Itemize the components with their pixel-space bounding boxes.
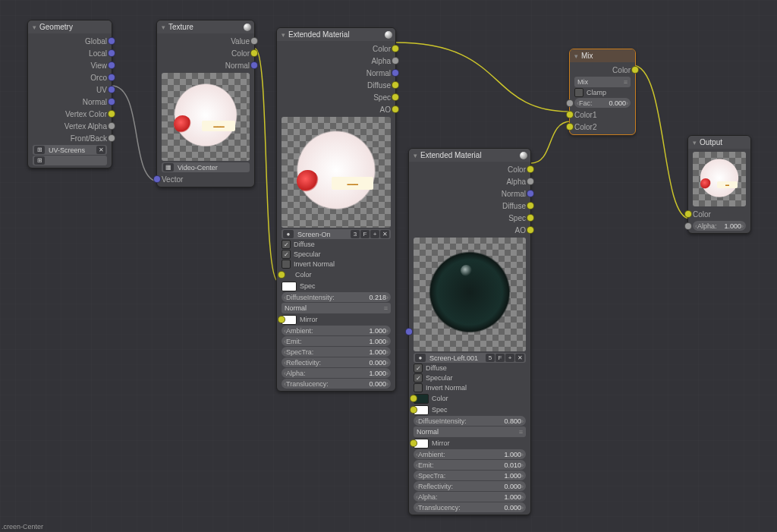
browse-icon[interactable]: ⊞: [34, 156, 45, 165]
node-mix[interactable]: ▾ Mix Color Mix Clamp Fac:0.000 Color1 C…: [569, 49, 636, 135]
node-header[interactable]: ▾ Extended Material: [409, 149, 530, 162]
node-header[interactable]: ▾ Output: [688, 136, 750, 149]
alpha-field[interactable]: Alpha:1.000: [414, 492, 526, 502]
node-geometry[interactable]: ▾ Geometry Global Local View Orco UV Nor…: [27, 20, 112, 168]
reflectivity-field[interactable]: Reflectivity:0.000: [282, 357, 391, 367]
node-output[interactable]: ▾ Output ▬ Color Alpha:1.000: [687, 135, 751, 234]
browse-icon[interactable]: ●: [415, 354, 426, 362]
material-preview: ▬▬▬: [282, 117, 391, 228]
material-preview: [414, 238, 526, 351]
socket-label: Normal: [502, 190, 526, 198]
normal-select[interactable]: Normal: [282, 303, 391, 313]
diffuse-checkbox[interactable]: [282, 240, 291, 249]
material-name-field[interactable]: ● Screen-On 3 F + ✕: [282, 229, 391, 239]
normal-select[interactable]: Normal: [414, 427, 526, 437]
unlink-button[interactable]: ✕: [515, 354, 524, 362]
spectra-field[interactable]: SpecTra:1.000: [414, 471, 526, 480]
socket-label: Color: [508, 165, 526, 174]
diffuse-checkbox[interactable]: [414, 364, 423, 373]
blend-mode-select[interactable]: Mix: [574, 77, 631, 87]
invert-normal-checkbox[interactable]: [282, 260, 291, 269]
node-title: Extended Material: [288, 30, 350, 39]
socket-label: Alpha: [506, 178, 526, 186]
node-header[interactable]: ▾ Texture: [157, 20, 254, 33]
users-count[interactable]: 5: [486, 354, 495, 362]
fac-field[interactable]: Fac:0.000: [574, 98, 631, 108]
collapse-icon[interactable]: ▾: [33, 24, 36, 31]
node-title: Texture: [168, 23, 193, 31]
ambient-field[interactable]: Ambient:1.000: [282, 326, 391, 335]
socket-label: Color1: [574, 111, 596, 119]
clear-icon[interactable]: ✕: [96, 146, 105, 154]
node-title: Output: [700, 138, 722, 146]
emit-field[interactable]: Emit:1.000: [282, 336, 391, 346]
spec-color-swatch[interactable]: [282, 282, 297, 291]
diffuse-intensity-field[interactable]: DiffuseIntensity:0.218: [282, 292, 391, 302]
texture-name-field[interactable]: ▦ Video-Center: [162, 162, 250, 172]
alpha-field[interactable]: Alpha:1.000: [282, 368, 391, 378]
ambient-field[interactable]: Ambient:1.000: [414, 449, 526, 459]
browse-icon[interactable]: ⊞: [34, 146, 45, 154]
socket-label: AO: [380, 105, 391, 114]
socket-label: Alpha: [371, 57, 391, 65]
status-bar: .creen-Center: [0, 521, 45, 532]
node-header[interactable]: ▾ Geometry: [28, 20, 112, 33]
users-count[interactable]: 3: [351, 230, 360, 238]
socket-label: Normal: [225, 61, 250, 70]
invert-normal-checkbox[interactable]: [414, 383, 423, 392]
collapse-icon[interactable]: ▾: [162, 24, 165, 31]
socket-label: Front/Back: [71, 134, 107, 143]
node-title: Geometry: [39, 23, 73, 31]
collapse-icon[interactable]: ▾: [414, 152, 417, 159]
socket-label: Global: [85, 37, 107, 46]
socket-label: Spec: [508, 214, 526, 222]
translucency-field[interactable]: Translucency:0.000: [414, 502, 526, 512]
socket-label: Value: [231, 37, 250, 46]
fake-user-button[interactable]: F: [495, 354, 505, 362]
collapse-icon[interactable]: ▾: [574, 52, 578, 60]
clamp-checkbox[interactable]: [574, 88, 584, 97]
preview-toggle-icon[interactable]: [520, 152, 527, 159]
alpha-field[interactable]: Alpha:1.000: [693, 221, 746, 231]
socket-label: Color: [231, 49, 250, 58]
node-header[interactable]: ▾ Mix: [570, 49, 635, 62]
fake-user-button[interactable]: F: [360, 230, 370, 238]
reflectivity-field[interactable]: Reflectivity:0.000: [414, 481, 526, 491]
node-extended-material-1[interactable]: ▾ Extended Material Color Alpha Normal D…: [276, 27, 396, 392]
socket-label: Local: [89, 49, 107, 58]
node-texture[interactable]: ▾ Texture Value Color Normal ▬▬▬ ▦ Video…: [156, 20, 255, 187]
socket-label: AO: [515, 226, 526, 235]
socket-label: Diffuse: [502, 202, 526, 210]
node-title: Extended Material: [420, 151, 482, 159]
node-extended-material-2[interactable]: ▾ Extended Material Color Alpha Normal D…: [408, 148, 531, 515]
socket-label: Normal: [83, 98, 107, 106]
browse-icon[interactable]: ●: [283, 230, 294, 238]
output-preview: ▬: [693, 152, 746, 206]
socket-label: Color: [373, 45, 391, 53]
node-header[interactable]: ▾ Extended Material: [277, 28, 395, 41]
uv-layer-field[interactable]: ⊞ UV-Screens ✕: [33, 145, 107, 155]
material-name-field[interactable]: ● Screen-Left.001 5 F + ✕: [414, 353, 526, 363]
diffuse-intensity-field[interactable]: DiffuseIntensity:0.800: [414, 416, 526, 426]
color-layer-field[interactable]: ⊞: [33, 156, 107, 165]
add-button[interactable]: +: [505, 354, 514, 362]
socket-label: Normal: [366, 69, 391, 77]
spectra-field[interactable]: SpecTra:1.000: [282, 347, 391, 357]
unlink-button[interactable]: ✕: [380, 230, 389, 238]
texture-preview: ▬▬▬: [162, 73, 250, 161]
socket-label: Color2: [574, 123, 596, 131]
socket-label: Orco: [90, 74, 107, 82]
collapse-icon[interactable]: ▾: [693, 139, 697, 146]
socket-label: Vertex Color: [65, 110, 107, 118]
socket-label: Vector: [162, 175, 183, 184]
preview-toggle-icon[interactable]: [244, 24, 251, 31]
collapse-icon[interactable]: ▾: [282, 31, 285, 39]
preview-toggle-icon[interactable]: [385, 31, 392, 39]
specular-checkbox[interactable]: [414, 373, 423, 382]
emit-field[interactable]: Emit:0.010: [414, 460, 526, 470]
socket-label: Diffuse: [367, 81, 391, 90]
browse-icon[interactable]: ▦: [163, 163, 174, 172]
translucency-field[interactable]: Translucency:0.000: [282, 379, 391, 389]
add-button[interactable]: +: [370, 230, 379, 238]
specular-checkbox[interactable]: [282, 250, 291, 259]
